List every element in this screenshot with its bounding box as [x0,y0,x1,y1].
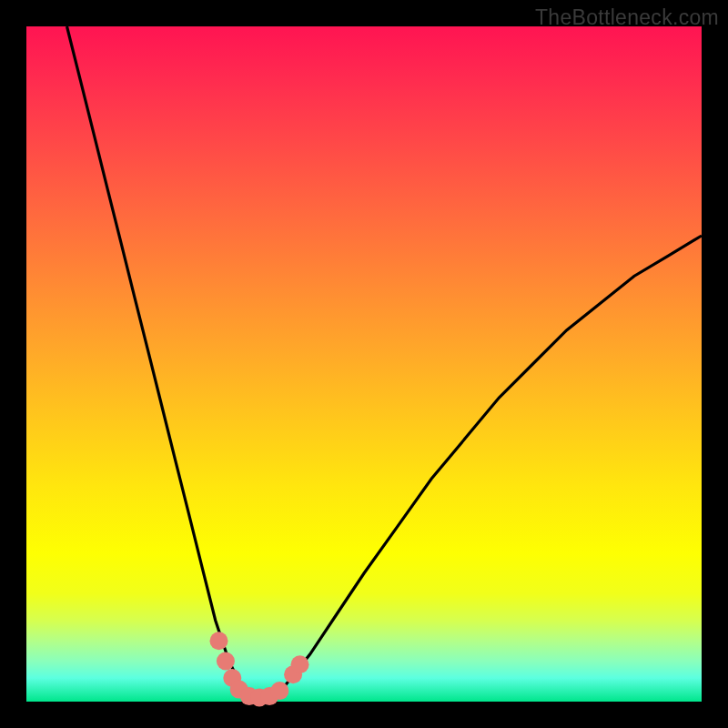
curve-path-group [67,26,703,702]
highlight-marker [270,682,288,700]
watermark-text: TheBottleneck.com [535,5,719,30]
bottleneck-curve-svg [26,26,702,702]
highlight-marker [291,655,309,673]
highlight-markers [210,632,309,706]
highlight-marker [217,652,235,671]
plot-area [26,26,702,702]
highlight-marker [210,632,228,650]
bottleneck-curve [67,26,703,702]
